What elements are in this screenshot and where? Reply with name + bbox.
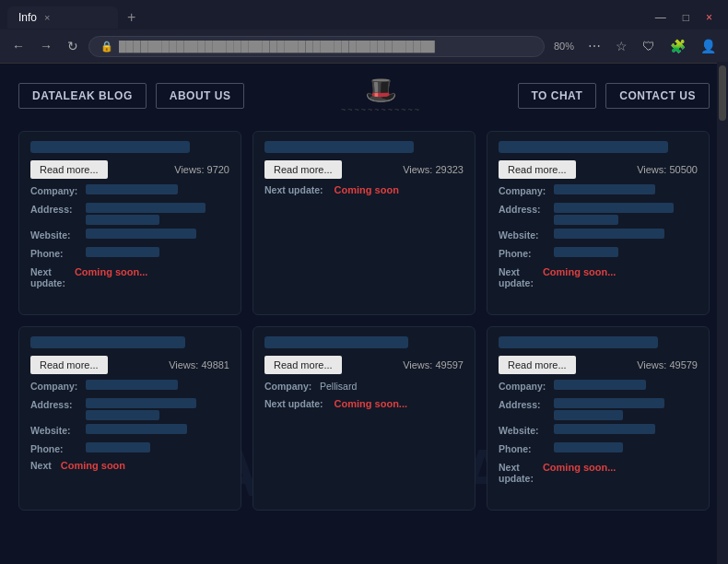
- card-4-title-blur: [30, 336, 185, 348]
- extensions-button[interactable]: 🧩: [665, 35, 690, 57]
- card-3: Read more... Views: 50500 Company: Addre…: [487, 131, 710, 315]
- card-6-read-more[interactable]: Read more...: [499, 356, 576, 374]
- logo-decoration: ~~~~~~~~~~~~: [341, 105, 421, 114]
- tab-bar: Info × + — □ ×: [0, 0, 728, 29]
- card-1-phone-row: Phone:: [30, 247, 229, 262]
- card-3-company-row: Company:: [499, 184, 698, 199]
- address-text: ████████████████████████████████████████…: [119, 41, 533, 52]
- card-5-read-more[interactable]: Read more...: [264, 356, 342, 374]
- more-button[interactable]: ⋯: [583, 35, 605, 57]
- card-1-title-blur: [30, 141, 190, 153]
- card-1-next-update: Nextupdate: Coming soon...: [30, 266, 229, 288]
- card-6-address-row: Address:: [499, 398, 698, 420]
- card-2-coming-soon: Coming soon: [335, 184, 399, 195]
- card-3-address-row: Address:: [499, 203, 698, 225]
- new-tab-button[interactable]: +: [120, 6, 143, 29]
- card-6: Read more... Views: 49579 Company: Addre…: [487, 326, 710, 511]
- zoom-level[interactable]: 80%: [550, 39, 578, 53]
- back-button[interactable]: ←: [7, 36, 29, 56]
- about-us-button[interactable]: ABOUT US: [156, 83, 245, 109]
- card-2-header-row: Read more... Views: 29323: [264, 160, 464, 179]
- card-1-read-more[interactable]: Read more...: [30, 160, 108, 179]
- page-content: DATALEAK DATALEAK BLOG ABOUT US 🎩 ~~~~~~…: [0, 64, 728, 564]
- card-1-coming-soon: Coming soon...: [75, 266, 147, 277]
- card-1-views: Views: 9720: [174, 164, 229, 175]
- card-1-website-row: Website:: [30, 229, 229, 243]
- card-5-header-row: Read more... Views: 49597: [264, 356, 464, 374]
- card-3-header-row: Read more... Views: 50500: [499, 160, 698, 179]
- card-6-phone-row: Phone:: [499, 442, 698, 457]
- card-4-next-update: Next Coming soon: [30, 460, 229, 471]
- cards-grid: Read more... Views: 9720 Company: Addres…: [18, 131, 710, 511]
- card-4-read-more[interactable]: Read more...: [30, 356, 108, 374]
- card-2-read-more[interactable]: Read more...: [264, 160, 342, 179]
- scrollbar-track[interactable]: [717, 62, 728, 564]
- shield-button[interactable]: 🛡: [638, 35, 660, 57]
- forward-button[interactable]: →: [35, 36, 57, 56]
- maximize-button[interactable]: □: [678, 7, 694, 28]
- card-4-website-row: Website:: [30, 424, 229, 439]
- card-2-title-blur: [264, 141, 414, 153]
- card-6-website-row: Website:: [499, 424, 698, 439]
- window-close-button[interactable]: ×: [701, 7, 717, 28]
- browser-chrome: Info × + — □ × ← → ↻ 🔒 █████████████████…: [0, 0, 728, 64]
- card-2-views: Views: 29323: [403, 164, 464, 175]
- logo-icon: 🎩: [365, 77, 397, 103]
- card-4-company-row: Company:: [30, 380, 229, 394]
- card-6-coming-soon: Coming soon...: [543, 462, 616, 473]
- card-5-company: Pellisard: [320, 380, 357, 394]
- card-1-company-blur: [86, 184, 178, 194]
- active-tab[interactable]: Info ×: [7, 6, 118, 29]
- tab-close-icon[interactable]: ×: [44, 12, 50, 23]
- card-4-views: Views: 49881: [169, 359, 229, 370]
- tab-label: Info: [18, 11, 37, 24]
- to-chat-button[interactable]: TO CHAT: [518, 83, 597, 109]
- card-4-header-row: Read more... Views: 49881: [30, 356, 229, 374]
- card-1-address-row: Address:: [30, 203, 229, 225]
- card-2-next-update: Next update: Coming soon: [264, 184, 464, 195]
- card-1: Read more... Views: 9720 Company: Addres…: [18, 131, 241, 315]
- card-2: Read more... Views: 29323 Next update: C…: [252, 131, 476, 315]
- card-3-website-row: Website:: [499, 229, 698, 243]
- bookmark-button[interactable]: ☆: [611, 35, 632, 57]
- card-4-address-row: Address:: [30, 398, 229, 420]
- minimize-button[interactable]: —: [651, 7, 671, 28]
- header-left-nav: DATALEAK BLOG ABOUT US: [18, 83, 244, 109]
- site-header: DATALEAK BLOG ABOUT US 🎩 ~~~~~~~~~~~~ TO…: [18, 77, 710, 114]
- card-5-views: Views: 49597: [403, 359, 464, 370]
- card-4-phone-row: Phone:: [30, 442, 229, 457]
- logo-area: 🎩 ~~~~~~~~~~~~: [341, 77, 421, 114]
- card-3-title-blur: [499, 141, 668, 153]
- card-6-company-row: Company:: [499, 380, 698, 394]
- lock-icon: 🔒: [100, 41, 113, 53]
- card-3-read-more[interactable]: Read more...: [499, 160, 576, 179]
- dataleak-blog-button[interactable]: DATALEAK BLOG: [18, 83, 147, 109]
- card-6-title-blur: [499, 336, 658, 348]
- refresh-button[interactable]: ↻: [63, 36, 83, 56]
- card-3-next-update: Nextupdate: Coming soon...: [499, 266, 698, 288]
- scrollbar-thumb[interactable]: [719, 65, 726, 121]
- card-3-phone-row: Phone:: [499, 247, 698, 262]
- card-5: Read more... Views: 49597 Company: Pelli…: [252, 326, 476, 511]
- contact-us-button[interactable]: CONTACT US: [605, 83, 710, 109]
- card-1-header-row: Read more... Views: 9720: [30, 160, 229, 179]
- card-3-coming-soon: Coming soon...: [543, 266, 616, 277]
- card-4: Read more... Views: 49881 Company: Addre…: [18, 326, 241, 511]
- card-5-title-blur: [264, 336, 408, 348]
- card-5-next-update: Next update: Coming soon...: [264, 398, 464, 409]
- profile-button[interactable]: 👤: [696, 35, 721, 57]
- card-4-coming-soon: Coming soon: [61, 460, 125, 471]
- header-right-nav: TO CHAT CONTACT US: [518, 83, 710, 109]
- card-6-header-row: Read more... Views: 49579: [499, 356, 698, 374]
- nav-bar: ← → ↻ 🔒 ████████████████████████████████…: [0, 29, 728, 63]
- card-6-next-update: Nextupdate: Coming soon...: [499, 462, 698, 484]
- card-1-company-row: Company:: [30, 184, 229, 199]
- card-6-views: Views: 49579: [637, 359, 698, 370]
- card-5-coming-soon: Coming soon...: [335, 398, 407, 409]
- address-bar[interactable]: 🔒 ██████████████████████████████████████…: [88, 36, 545, 57]
- card-5-company-row: Company: Pellisard: [264, 380, 464, 394]
- card-3-views: Views: 50500: [637, 164, 698, 175]
